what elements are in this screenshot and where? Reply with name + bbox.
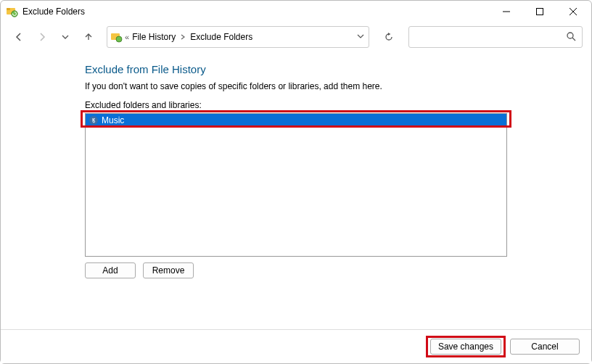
nav-history-dropdown[interactable] xyxy=(56,28,75,46)
svg-rect-1 xyxy=(7,8,10,10)
chevron-right-icon xyxy=(177,33,189,41)
footer: Save changes Cancel xyxy=(1,330,591,363)
list-item-label: Music xyxy=(102,115,124,125)
add-button[interactable]: Add xyxy=(85,262,136,278)
control-panel-icon xyxy=(110,30,123,44)
search-icon xyxy=(566,31,576,44)
breadcrumb-prev-indicator[interactable]: « xyxy=(125,33,131,41)
breadcrumb-segment-file-history[interactable]: File History xyxy=(131,32,177,42)
music-library-icon xyxy=(89,115,99,125)
breadcrumb[interactable]: « File History Exclude Folders xyxy=(107,26,369,48)
breadcrumb-segment-exclude-folders[interactable]: Exclude Folders xyxy=(189,32,254,42)
content-pane: Exclude from File History If you don't w… xyxy=(1,51,591,316)
titlebar: Exclude Folders xyxy=(1,1,591,22)
page-heading: Exclude from File History xyxy=(85,63,507,75)
list-item[interactable]: Music xyxy=(86,114,506,127)
page-description: If you don't want to save copies of spec… xyxy=(85,81,507,91)
cancel-button[interactable]: Cancel xyxy=(510,339,580,355)
app-icon xyxy=(7,6,18,17)
nav-up-button[interactable] xyxy=(79,28,98,46)
window-title: Exclude Folders xyxy=(22,7,85,17)
svg-point-8 xyxy=(567,33,573,38)
remove-button[interactable]: Remove xyxy=(143,262,194,278)
close-button[interactable] xyxy=(556,1,590,22)
excluded-listbox[interactable]: Music xyxy=(85,113,507,257)
search-input[interactable] xyxy=(408,26,583,48)
svg-marker-7 xyxy=(388,33,390,36)
navbar: « File History Exclude Folders xyxy=(1,22,591,51)
maximize-button[interactable] xyxy=(523,1,556,22)
refresh-button[interactable] xyxy=(378,26,400,48)
nav-back-button[interactable] xyxy=(9,28,28,46)
save-changes-button[interactable]: Save changes xyxy=(430,339,501,355)
nav-forward-button[interactable] xyxy=(33,28,52,46)
breadcrumb-dropdown[interactable] xyxy=(357,32,364,42)
listbox-label: Excluded folders and libraries: xyxy=(85,100,507,110)
exclude-folders-window: Exclude Folders xyxy=(0,0,592,364)
svg-point-6 xyxy=(116,36,122,42)
minimize-button[interactable] xyxy=(490,1,523,22)
svg-rect-4 xyxy=(537,9,543,15)
